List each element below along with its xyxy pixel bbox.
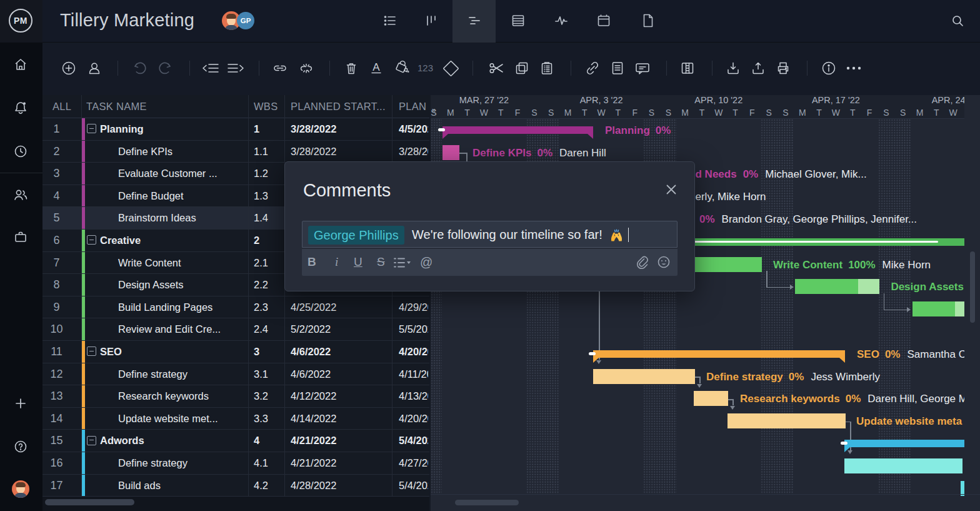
svg-text:A: A [372,61,380,73]
